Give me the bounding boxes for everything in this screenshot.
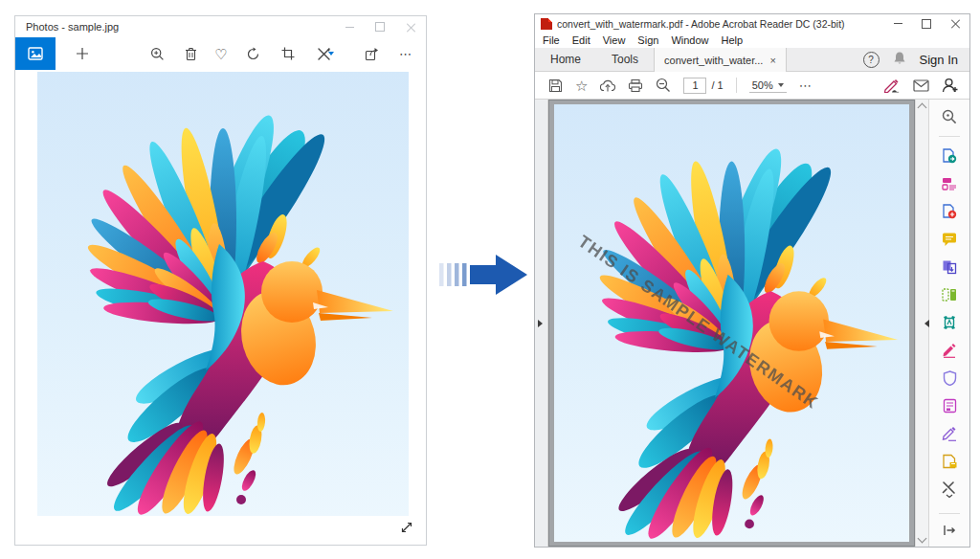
zoom-level-select[interactable]: 50% [749, 78, 787, 93]
favorite-icon[interactable]: ♡ [208, 37, 234, 70]
toolbar-divider [736, 78, 737, 93]
acrobat-window: convert_with_watermark.pdf - Adobe Acrob… [534, 13, 970, 548]
tab-document[interactable]: convert_with_water... × [654, 48, 787, 72]
edit-dropdown-chevron-icon[interactable] [328, 52, 334, 56]
tab-bar: Home Tools convert_with_water... × ? Sig… [535, 48, 969, 72]
maximize-button[interactable] [912, 14, 941, 33]
toolbar-more-icon[interactable]: ⋯ [799, 78, 813, 93]
sign-in-button[interactable]: Sign In [920, 53, 958, 67]
page-frame: THIS IS SAMPLE WATERMARK [548, 100, 915, 547]
acrobat-window-title: convert_with_watermark.pdf - Adobe Acrob… [557, 18, 845, 30]
document-area: THIS IS SAMPLE WATERMARK [535, 100, 969, 547]
zoom-icon[interactable] [144, 37, 170, 70]
print-icon[interactable] [628, 78, 643, 93]
open-tools-pane-icon[interactable] [941, 522, 958, 539]
protect-icon[interactable] [941, 369, 958, 387]
menu-sign[interactable]: Sign [637, 34, 658, 46]
tabbar-right-cluster: ? Sign In [863, 48, 969, 71]
zoom-out-icon[interactable] [656, 78, 671, 93]
sidebar-bottom [939, 513, 960, 539]
email-envelope-icon[interactable] [913, 79, 929, 92]
tab-tools[interactable]: Tools [596, 48, 654, 71]
conversion-arrow [438, 249, 530, 301]
photos-toolbar: ♡ ⋯ [15, 37, 426, 70]
maximize-button[interactable] [365, 16, 395, 37]
pdf-file-icon [541, 18, 552, 30]
document-toolbar: ☆ 1 / 1 50% ⋯ [535, 72, 969, 100]
notifications-bell-icon[interactable] [893, 51, 906, 68]
menu-file[interactable]: File [543, 34, 560, 46]
certificates-icon[interactable] [941, 425, 958, 442]
sidebar-divider [939, 136, 960, 137]
prepare-form-icon[interactable] [941, 397, 958, 414]
export-pdf-icon[interactable] [941, 147, 958, 165]
toolbar-right-cluster [883, 78, 958, 93]
page-count-label: / 1 [711, 79, 723, 91]
page-number-input[interactable]: 1 [683, 78, 706, 94]
right-arrow-icon [438, 249, 530, 301]
edit-pdf-icon[interactable] [941, 175, 958, 192]
menu-edit[interactable]: Edit [572, 34, 590, 46]
photos-window-title: Photos - sample.jpg [26, 21, 119, 33]
add-button[interactable] [69, 37, 96, 70]
share-icon[interactable] [358, 37, 385, 70]
tab-document-label: convert_with_water... [664, 55, 763, 66]
delete-icon[interactable] [177, 37, 204, 70]
acrobat-window-controls [883, 14, 969, 33]
fill-sign-icon[interactable] [941, 342, 958, 359]
measure-icon[interactable] [941, 453, 958, 470]
collapse-tools-pane-icon[interactable] [924, 320, 929, 327]
sidebar-divider [939, 513, 960, 514]
close-button[interactable] [941, 14, 969, 33]
screenshot-canvas: Photos - sample.jpg ♡ [0, 0, 980, 559]
crop-icon[interactable] [275, 37, 301, 70]
minimize-button[interactable] [883, 14, 912, 33]
see-more-icon[interactable]: ⋯ [392, 37, 419, 70]
tab-close-icon[interactable]: × [769, 55, 775, 66]
save-icon[interactable] [548, 78, 563, 93]
menu-view[interactable]: View [603, 34, 626, 46]
more-tools-icon[interactable] [941, 481, 958, 498]
page-navigation: 1 / 1 [683, 78, 723, 94]
scroll-up-icon[interactable] [918, 103, 927, 113]
rotate-icon[interactable] [239, 37, 266, 70]
navigation-pane-collapsed[interactable] [535, 100, 548, 547]
scroll-down-icon[interactable] [918, 534, 927, 544]
stamp-icon[interactable] [941, 314, 958, 331]
organize-pages-icon[interactable] [941, 286, 958, 303]
tools-sidebar [928, 100, 969, 547]
zoom-caret-icon [778, 83, 784, 87]
menu-window[interactable]: Window [671, 34, 708, 46]
pdf-page: THIS IS SAMPLE WATERMARK [554, 104, 909, 542]
photos-titlebar: Photos - sample.jpg [15, 16, 426, 37]
help-icon[interactable]: ? [863, 52, 880, 68]
create-pdf-icon[interactable] [941, 203, 958, 220]
photos-window-controls [334, 16, 426, 37]
minimize-button[interactable] [334, 16, 365, 37]
acrobat-titlebar: convert_with_watermark.pdf - Adobe Acrob… [535, 14, 969, 33]
hummingbird-illustration [554, 104, 909, 542]
fill-sign-pen-icon[interactable] [883, 78, 901, 93]
search-icon[interactable] [941, 108, 958, 125]
close-button[interactable] [395, 16, 426, 37]
fullscreen-expand-icon[interactable] [399, 520, 414, 535]
tab-home[interactable]: Home [535, 48, 596, 71]
favorite-star-icon[interactable]: ☆ [575, 78, 588, 93]
expand-nav-pane-icon[interactable] [538, 320, 543, 327]
hummingbird-illustration [37, 72, 409, 516]
add-account-icon[interactable] [942, 78, 958, 93]
combine-files-icon[interactable] [941, 258, 958, 276]
photos-window: Photos - sample.jpg ♡ [14, 15, 427, 546]
photos-logo-icon[interactable] [15, 37, 56, 70]
photo-viewer-image [37, 72, 409, 516]
comment-icon[interactable] [941, 231, 958, 248]
share-upload-icon[interactable] [600, 78, 615, 93]
menu-help[interactable]: Help [722, 34, 744, 46]
zoom-level-value: 50% [752, 79, 773, 91]
menu-bar: File Edit View Sign Window Help [535, 33, 969, 48]
